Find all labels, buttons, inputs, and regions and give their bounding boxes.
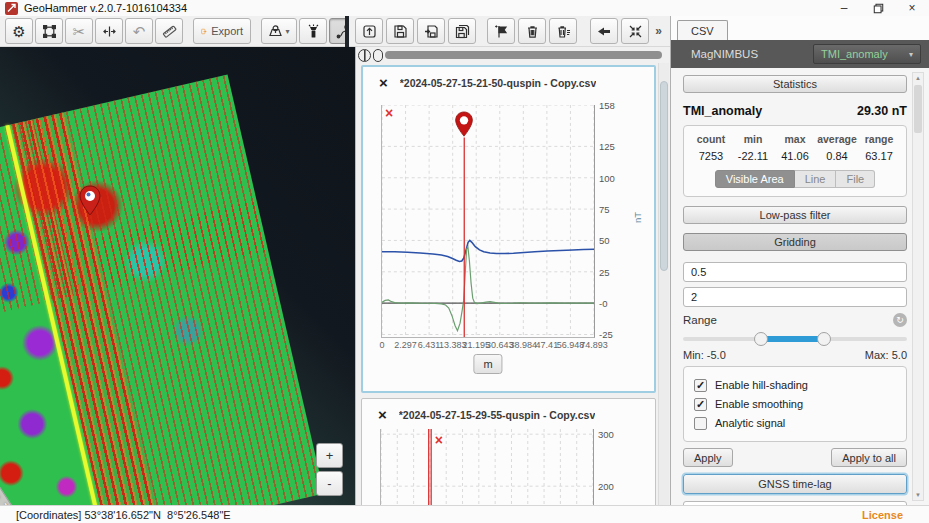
export-button[interactable]: Export <box>193 18 251 44</box>
cursor-pin-marker[interactable] <box>454 111 474 138</box>
scissors-icon: ✂ <box>73 24 86 39</box>
collapse-arrows-icon <box>628 24 643 39</box>
range-handle-icon[interactable] <box>373 49 383 62</box>
range-reset-button[interactable]: ↻ <box>893 313 907 327</box>
profiles-scrollbar[interactable] <box>658 63 669 505</box>
x-axis-unit-button[interactable]: m <box>473 354 502 374</box>
cut-button[interactable]: ✂ <box>65 18 93 44</box>
scope-line[interactable]: Line <box>795 170 837 188</box>
low-pass-filter-button[interactable]: Low-pass filter <box>683 206 907 224</box>
y-axis-unit-label: nT <box>632 212 643 223</box>
map-zoom-out-button[interactable]: - <box>316 471 343 496</box>
profile-card-1[interactable]: × *2024-05-27-15-21-50-quspin - Copy.csv… <box>361 65 656 393</box>
cell-size-input[interactable] <box>683 262 907 282</box>
scope-segmented-control: Visible Area Line File <box>690 170 900 188</box>
map-toolbar: ⚙ ✂ ↶ Export ▾ <box>0 16 345 47</box>
tab-csv[interactable]: CSV <box>677 20 728 40</box>
range-handle-icon[interactable] <box>358 49 371 62</box>
save-all-button[interactable] <box>448 18 476 44</box>
scrollbar-thumb[interactable] <box>660 81 668 271</box>
map-pin-marker[interactable] <box>78 185 102 217</box>
profile-range-scrollbar[interactable] <box>356 47 670 63</box>
y-axis-tick-label: -0 <box>599 298 607 309</box>
restore-button[interactable] <box>861 0 895 16</box>
red-x-marker-icon[interactable]: × <box>435 433 443 447</box>
checkbox-box[interactable]: ✓ <box>694 398 707 411</box>
slider-max-handle[interactable] <box>817 332 831 346</box>
status-bar: [Coordinates] 53°38'16.652"N 8°5'26.548"… <box>0 505 929 523</box>
flashlight-button[interactable] <box>299 18 327 44</box>
profile-chart[interactable]: × 158125100755025-0-25 02.2976.43113.383… <box>381 105 595 338</box>
split-button[interactable] <box>95 18 123 44</box>
import-button[interactable] <box>355 18 383 44</box>
select-area-button[interactable] <box>35 18 63 44</box>
scope-visible-area[interactable]: Visible Area <box>715 170 795 188</box>
stat-value: 0.84 <box>816 150 858 162</box>
flag-button[interactable] <box>487 18 515 44</box>
scroll-down-icon[interactable]: ▼ <box>913 492 923 498</box>
range-slider[interactable] <box>683 332 907 346</box>
chart-canvas[interactable] <box>381 429 593 505</box>
profile-card-2[interactable]: × *2024-05-27-15-29-55-quspin - Copy.csv… <box>361 398 656 505</box>
clear-all-button[interactable] <box>549 18 577 44</box>
blanking-distance-input[interactable] <box>683 287 907 307</box>
stat-header: range <box>858 133 900 145</box>
checkbox-box[interactable]: ✓ <box>694 379 707 392</box>
checkbox-box[interactable] <box>694 417 707 430</box>
y-axis-tick-label: 100 <box>599 172 615 183</box>
back-button[interactable] <box>590 18 618 44</box>
range-max-label: Max: 5.0 <box>865 349 907 361</box>
profiles-panel: × *2024-05-27-15-21-50-quspin - Copy.csv… <box>355 47 670 505</box>
gridding-button[interactable]: Gridding <box>683 233 907 251</box>
gnss-time-lag-button[interactable]: GNSS time-lag <box>683 474 907 494</box>
chart-canvas[interactable] <box>382 105 594 337</box>
license-link[interactable]: License <box>862 509 903 521</box>
scope-file[interactable]: File <box>836 170 875 188</box>
x-axis-labels: 02.2976.43113.38321.19530.64338.98447.41… <box>382 340 594 352</box>
fit-view-button[interactable] <box>621 18 649 44</box>
map-panel[interactable]: Am Tief + - <box>0 47 355 505</box>
map-zoom-controls: + - <box>316 443 343 496</box>
magnetic-anomaly-overlay <box>0 75 324 505</box>
minimize-button[interactable]: – <box>827 0 861 16</box>
place-marker-button[interactable]: ▾ <box>261 18 297 44</box>
chevron-down-icon: ▾ <box>909 50 913 59</box>
close-button[interactable]: × <box>895 0 929 16</box>
save-as-button[interactable] <box>417 18 445 44</box>
app-logo-icon <box>5 2 18 15</box>
settings-button[interactable]: ⚙ <box>5 18 33 44</box>
profile-chart[interactable]: × 300200 <box>380 429 594 505</box>
apply-to-all-button[interactable]: Apply to all <box>831 448 907 467</box>
field-dropdown[interactable]: TMI_anomaly ▾ <box>813 44 921 64</box>
title-bar: GeoHammer v.2.0.7-1016104334 – × <box>0 0 929 16</box>
checkbox-smoothing[interactable]: ✓ Enable smoothing <box>694 396 896 412</box>
scroll-up-icon[interactable]: ▲ <box>913 75 923 81</box>
checkbox-analytic-signal[interactable]: Analytic signal <box>694 415 896 431</box>
apply-button[interactable]: Apply <box>683 448 733 467</box>
x-axis-tick-label: 2.297 <box>394 340 417 350</box>
checkbox-label: Analytic signal <box>715 417 785 429</box>
stat-value: 41.06 <box>774 150 816 162</box>
x-axis-tick-label: 0 <box>379 340 384 350</box>
save-as-icon <box>424 24 439 39</box>
delete-button[interactable] <box>518 18 546 44</box>
flashlight-icon <box>306 24 321 39</box>
y-axis-tick-label: 50 <box>599 235 610 246</box>
stat-value: 63.17 <box>858 150 900 162</box>
slider-min-handle[interactable] <box>754 332 768 346</box>
undo-button[interactable]: ↶ <box>125 18 153 44</box>
toolbar-overflow-icon[interactable]: » <box>655 24 664 38</box>
close-profile-icon[interactable]: × <box>378 407 387 422</box>
close-profile-icon[interactable]: × <box>379 75 388 90</box>
statistics-button[interactable]: Statistics <box>683 75 907 93</box>
back-arrow-icon <box>596 24 612 39</box>
measure-button[interactable] <box>155 18 183 44</box>
red-x-marker-icon[interactable]: × <box>385 106 393 120</box>
range-bar[interactable] <box>385 51 662 59</box>
scrollbar-thumb[interactable] <box>914 85 922 133</box>
save-button[interactable] <box>386 18 414 44</box>
map-zoom-in-button[interactable]: + <box>316 443 343 468</box>
panel-scrollbar[interactable]: ▲ ▼ <box>912 72 924 501</box>
checkbox-hill-shading[interactable]: ✓ Enable hill-shading <box>694 377 896 393</box>
x-axis-tick-label: 38.984 <box>510 340 538 350</box>
